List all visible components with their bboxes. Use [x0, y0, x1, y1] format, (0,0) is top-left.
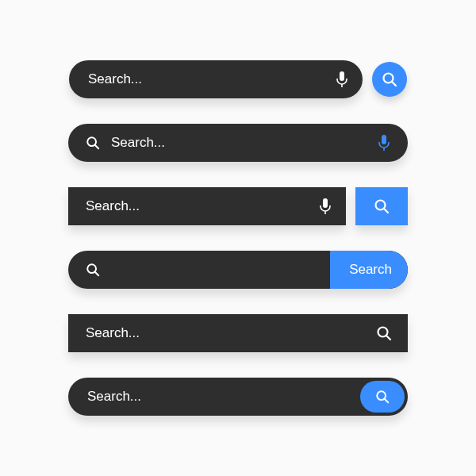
search-placeholder: Search...	[111, 135, 367, 151]
search-placeholder: Search...	[86, 198, 319, 214]
svg-line-3	[392, 82, 396, 86]
search-button[interactable]	[360, 381, 405, 413]
search-placeholder: Search...	[88, 71, 336, 87]
search-placeholder: Search...	[86, 325, 376, 341]
svg-line-15	[386, 336, 390, 340]
search-variant-6: Search...	[68, 378, 408, 416]
svg-line-11	[384, 209, 388, 213]
svg-line-17	[385, 399, 389, 403]
search-icon	[382, 71, 397, 87]
search-icon	[374, 198, 390, 214]
search-button[interactable]: Search	[330, 251, 408, 289]
search-variant-5: Search...	[68, 314, 408, 352]
svg-line-5	[95, 145, 99, 149]
search-bar[interactable]: Search	[68, 251, 408, 289]
search-bar[interactable]: Search...	[68, 314, 408, 352]
svg-rect-8	[323, 198, 328, 208]
search-icon	[86, 136, 100, 150]
search-bar[interactable]: Search...	[68, 124, 408, 162]
svg-rect-6	[382, 135, 386, 144]
search-variant-1: Search...	[69, 60, 407, 98]
search-button[interactable]	[372, 62, 407, 97]
search-bar[interactable]: Search...	[69, 60, 363, 98]
search-variant-4: Search	[68, 251, 408, 289]
mic-icon[interactable]	[319, 198, 332, 214]
mic-icon[interactable]	[378, 135, 390, 151]
search-variant-3: Search...	[68, 187, 408, 225]
search-variant-2: Search...	[68, 124, 408, 162]
search-icon	[86, 263, 100, 277]
search-bar[interactable]: Search...	[68, 187, 346, 225]
search-icon	[375, 390, 390, 404]
search-icon[interactable]	[376, 325, 392, 341]
mic-icon[interactable]	[336, 71, 348, 87]
search-button-label: Search	[349, 262, 392, 278]
search-button[interactable]	[355, 187, 408, 225]
search-placeholder: Search...	[87, 389, 360, 405]
search-bar[interactable]: Search...	[68, 378, 408, 416]
svg-line-13	[95, 272, 99, 276]
svg-rect-0	[340, 71, 344, 81]
